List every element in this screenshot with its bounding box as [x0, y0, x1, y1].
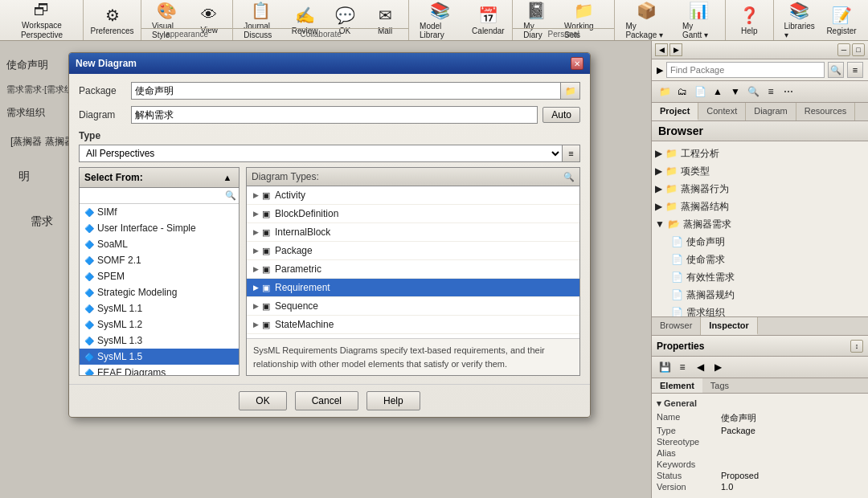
browser-tool-folder-btn[interactable]: 📁: [657, 84, 673, 100]
sf-item-sysml12[interactable]: 🔷SysML 1.2: [80, 316, 239, 333]
diagram-types-header: Diagram Types: 🔍: [247, 168, 579, 186]
prop-expand-btn[interactable]: ↕: [850, 340, 863, 353]
sf-item-simf[interactable]: 🔷SIMf: [80, 204, 239, 220]
tree-icon: ▶: [655, 182, 662, 196]
dt-item-sequence[interactable]: ▶▣Sequence: [247, 297, 579, 316]
tree-item-t9[interactable]: 📄蒸搁器规约: [652, 286, 868, 304]
tree-item-t3[interactable]: ▶📁蒸搁器行为: [652, 180, 868, 198]
toolbar-calendar[interactable]: 📅 Calendar: [468, 2, 510, 39]
dt-item-activity[interactable]: ▶▣Activity: [247, 186, 579, 205]
sf-item-ui-simple[interactable]: 🔷User Interface - Simple: [80, 220, 239, 236]
toolbar-help[interactable]: ❓ Help: [729, 2, 769, 39]
prop-save-btn[interactable]: 💾: [657, 359, 673, 375]
tab-project[interactable]: Project: [652, 103, 698, 120]
select-from-scroll-up[interactable]: ▲: [221, 171, 234, 184]
browser-tool-down-btn[interactable]: ▼: [727, 84, 743, 100]
tab-diagram[interactable]: Diagram: [746, 103, 796, 120]
tree-item-t8[interactable]: 📄有效性需求: [652, 268, 868, 286]
dt-arrow: ▶: [253, 265, 259, 273]
workspace-perspective-label: Workspace Perspective: [14, 21, 70, 40]
prop-tab-tags[interactable]: Tags: [702, 378, 737, 393]
browser-tab-bar: Project Context Diagram Resources: [652, 103, 868, 121]
toolbar-my-gantt[interactable]: 📊 My Gantt ▾: [675, 2, 722, 39]
package-input[interactable]: [131, 82, 561, 100]
select-from-list[interactable]: 🔷SIMf🔷User Interface - Simple🔷SoaML🔷SOMF…: [80, 204, 239, 375]
ok-button[interactable]: OK: [239, 391, 286, 410]
prop-row-alias: Alias: [657, 448, 863, 458]
nav-back-btn[interactable]: ◀: [655, 43, 668, 56]
sf-item-sysml15[interactable]: 🔷SysML 1.5: [80, 349, 239, 365]
find-pkg-search-btn[interactable]: 🔍: [828, 62, 844, 78]
sf-item-soaml[interactable]: 🔷SoaML: [80, 236, 239, 252]
sf-icon: 🔷: [84, 288, 94, 297]
browser-restore-btn[interactable]: □: [852, 43, 865, 56]
perspectives-select[interactable]: All Perspectives: [79, 145, 563, 162]
tree-item-t6[interactable]: 📄使命声明: [652, 233, 868, 251]
sf-item-sysml11[interactable]: 🔷SysML 1.1: [80, 300, 239, 316]
browser-tool-diagram-btn[interactable]: 🗂: [674, 84, 690, 100]
package-browse-btn[interactable]: 📁: [561, 82, 580, 100]
view-icon: 👁: [201, 6, 217, 24]
prop-tab-element[interactable]: Element: [652, 378, 702, 393]
sf-icon: 🔷: [84, 240, 94, 249]
browser-tool-up-btn[interactable]: ▲: [710, 84, 726, 100]
sf-icon: 🔷: [84, 369, 94, 376]
nav-forward-btn[interactable]: ▶: [669, 43, 682, 56]
tab-context[interactable]: Context: [698, 103, 746, 120]
toolbar-preferences[interactable]: ⚙ Preferences: [87, 2, 137, 39]
browser-tool-search-btn[interactable]: 🔍: [745, 84, 761, 100]
tree-item-t4[interactable]: ▶📁蒸搁器结构: [652, 198, 868, 215]
prop-row-keywords: Keywords: [657, 459, 863, 469]
toolbar-my-package[interactable]: 📦 My Package ▾: [618, 2, 675, 39]
select-from-search-input[interactable]: [82, 191, 225, 201]
prop-menu-btn[interactable]: ≡: [674, 359, 690, 375]
tree-item-t2[interactable]: ▶📁项类型: [652, 162, 868, 180]
browser-tool-more-btn[interactable]: ⋯: [780, 84, 796, 100]
my-package-icon: 📦: [637, 1, 657, 20]
sf-item-sysml13[interactable]: 🔷SysML 1.3: [80, 333, 239, 349]
toolbar-workspace-perspective[interactable]: 🗗 Workspace Perspective: [6, 2, 77, 39]
browser-tool-element-btn[interactable]: 📄: [692, 84, 708, 100]
find-pkg-menu-btn[interactable]: ≡: [847, 62, 863, 78]
dt-label: Package: [275, 245, 313, 256]
tree-item-t7[interactable]: 📄使命需求: [652, 251, 868, 268]
sf-item-spem[interactable]: 🔷SPEM: [80, 268, 239, 284]
tab-browser[interactable]: Browser: [652, 317, 701, 335]
dt-item-parametric[interactable]: ▶▣Parametric: [247, 260, 579, 279]
browser-tool-menu-btn[interactable]: ≡: [763, 84, 779, 100]
cancel-button[interactable]: Cancel: [295, 391, 358, 410]
tab-inspector[interactable]: Inspector: [701, 317, 758, 335]
sf-item-strategic-modeling[interactable]: 🔷Strategic Modeling: [80, 284, 239, 300]
sf-item-feaf[interactable]: 🔷FEAF Diagrams: [80, 365, 239, 375]
prop-forward-btn[interactable]: ▶: [710, 359, 726, 375]
browser-tree[interactable]: ▶📁工程分析▶📁项类型▶📁蒸搁器行为▶📁蒸搁器结构▼📂蒸搁器需求📄使命声明📄使命…: [652, 141, 868, 316]
dt-item-requirement[interactable]: ▶▣Requirement: [247, 279, 579, 297]
tree-item-t1[interactable]: ▶📁工程分析: [652, 145, 868, 162]
toolbar-register[interactable]: 📝 Register: [821, 2, 862, 39]
tree-item-t5[interactable]: ▼📂蒸搁器需求: [652, 215, 868, 233]
dt-item-package[interactable]: ▶▣Package: [247, 242, 579, 260]
perspectives-menu-btn[interactable]: ≡: [563, 145, 580, 162]
prop-back-btn[interactable]: ◀: [692, 359, 708, 375]
diagram-row: Diagram Auto: [79, 106, 580, 124]
dialog-close-btn[interactable]: ✕: [571, 57, 583, 70]
type-section: Type All Perspectives ≡ Select From: ▲: [79, 130, 580, 376]
find-package-input[interactable]: [666, 62, 825, 78]
sf-item-somf21[interactable]: 🔷SOMF 2.1: [80, 252, 239, 268]
package-row: Package 📁: [79, 82, 580, 100]
diagram-types-list[interactable]: ▶▣Activity▶▣BlockDefinition▶▣InternalBlo…: [247, 186, 579, 338]
toolbar-libraries[interactable]: 📚 Libraries ▾: [777, 2, 821, 39]
help-button[interactable]: Help: [366, 391, 420, 410]
dt-item-blockdefinition[interactable]: ▶▣BlockDefinition: [247, 205, 579, 223]
dt-item-statemachine[interactable]: ▶▣StateMachine: [247, 316, 579, 334]
auto-btn[interactable]: Auto: [542, 107, 580, 123]
tree-item-t10[interactable]: 📄需求组织: [652, 304, 868, 316]
inspector-tab-bar: Browser Inspector: [652, 316, 868, 336]
tab-resources[interactable]: Resources: [796, 103, 856, 120]
folder-icon: 📄: [671, 305, 683, 316]
dt-icon: ▣: [262, 264, 270, 275]
browser-minimize-btn[interactable]: ─: [837, 43, 850, 56]
dt-item-internalblock[interactable]: ▶▣InternalBlock: [247, 223, 579, 242]
diagram-input[interactable]: [131, 106, 538, 124]
toolbar-model-library[interactable]: 📚 Model Library: [412, 2, 467, 39]
